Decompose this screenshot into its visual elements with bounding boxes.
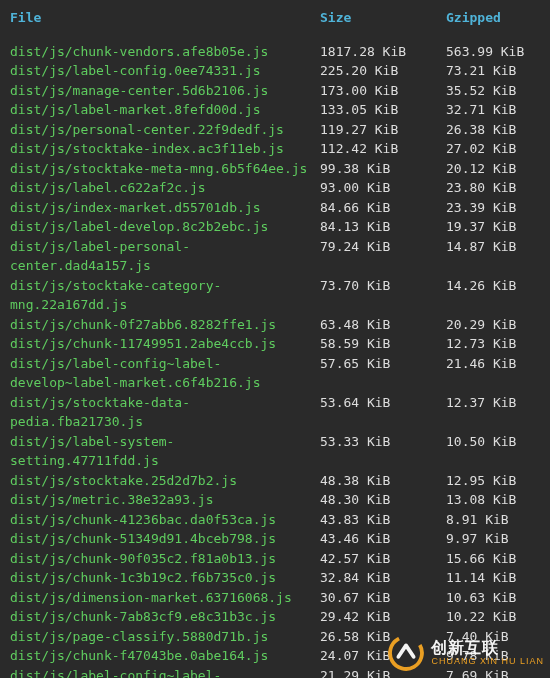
file-path: dist/js/chunk-f47043be.0abe164.js [10, 646, 320, 666]
file-gzip: 27.02 KiB [446, 139, 550, 159]
file-path: dist/js/index-market.d55701db.js [10, 198, 320, 218]
file-gzip: 21.46 KiB [446, 354, 550, 393]
rows-container: dist/js/chunk-vendors.afe8b05e.js1817.28… [10, 42, 540, 679]
file-size: 119.27 KiB [320, 120, 446, 140]
file-size: 93.00 KiB [320, 178, 446, 198]
file-path: dist/js/stocktake-meta-mng.6b5f64ee.js [10, 159, 320, 179]
file-gzip: 10.50 KiB [446, 432, 550, 471]
file-path: dist/js/label-config~label-develop~label… [10, 354, 320, 393]
file-gzip: 9.97 KiB [446, 529, 550, 549]
file-size: 133.05 KiB [320, 100, 446, 120]
file-size: 58.59 KiB [320, 334, 446, 354]
file-path: dist/js/metric.38e32a93.js [10, 490, 320, 510]
file-path: dist/js/stocktake-data-pedia.fba21730.js [10, 393, 320, 432]
file-gzip: 11.14 KiB [446, 568, 550, 588]
table-row: dist/js/label-config~label-develop~label… [10, 354, 540, 393]
file-gzip: 10.63 KiB [446, 588, 550, 608]
file-path: dist/js/label-system-setting.47711fdd.js [10, 432, 320, 471]
file-size: 79.24 KiB [320, 237, 446, 276]
file-path: dist/js/label-config.0ee74331.js [10, 61, 320, 81]
table-row: dist/js/label.c622af2c.js93.00 KiB23.80 … [10, 178, 540, 198]
file-gzip: 13.08 KiB [446, 490, 550, 510]
file-path: dist/js/label.c622af2c.js [10, 178, 320, 198]
file-size: 84.66 KiB [320, 198, 446, 218]
file-size: 99.38 KiB [320, 159, 446, 179]
file-size: 48.38 KiB [320, 471, 446, 491]
file-path: dist/js/chunk-vendors.afe8b05e.js [10, 42, 320, 62]
file-path: dist/js/chunk-11749951.2abe4ccb.js [10, 334, 320, 354]
file-gzip: 14.87 KiB [446, 237, 550, 276]
file-gzip: 73.21 KiB [446, 61, 550, 81]
file-gzip: 12.37 KiB [446, 393, 550, 432]
table-row: dist/js/manage-center.5d6b2106.js173.00 … [10, 81, 540, 101]
file-path: dist/js/dimension-market.63716068.js [10, 588, 320, 608]
file-size: 43.46 KiB [320, 529, 446, 549]
file-size: 42.57 KiB [320, 549, 446, 569]
file-gzip: 32.71 KiB [446, 100, 550, 120]
file-path: dist/js/label-develop.8c2b2ebc.js [10, 217, 320, 237]
file-path: dist/js/chunk-7ab83cf9.e8c31b3c.js [10, 607, 320, 627]
file-gzip: 26.38 KiB [446, 120, 550, 140]
file-path: dist/js/stocktake-index.ac3f11eb.js [10, 139, 320, 159]
table-row: dist/js/stocktake.25d2d7b2.js48.38 KiB12… [10, 471, 540, 491]
file-size: 48.30 KiB [320, 490, 446, 510]
table-row: dist/js/chunk-0f27abb6.8282ffe1.js63.48 … [10, 315, 540, 335]
file-size: 112.42 KiB [320, 139, 446, 159]
table-row: dist/js/index-market.d55701db.js84.66 Ki… [10, 198, 540, 218]
file-size: 29.42 KiB [320, 607, 446, 627]
table-row: dist/js/chunk-11749951.2abe4ccb.js58.59 … [10, 334, 540, 354]
file-gzip: 10.22 KiB [446, 607, 550, 627]
file-path: dist/js/personal-center.22f9dedf.js [10, 120, 320, 140]
file-path: dist/js/label-config~label-develop~label… [10, 666, 320, 679]
file-path: dist/js/label-personal-center.dad4a157.j… [10, 237, 320, 276]
file-size: 57.65 KiB [320, 354, 446, 393]
table-row: dist/js/stocktake-data-pedia.fba21730.js… [10, 393, 540, 432]
file-path: dist/js/manage-center.5d6b2106.js [10, 81, 320, 101]
file-path: dist/js/chunk-90f035c2.f81a0b13.js [10, 549, 320, 569]
file-path: dist/js/chunk-41236bac.da0f53ca.js [10, 510, 320, 530]
file-gzip: 23.80 KiB [446, 178, 550, 198]
header-gzip: Gzipped [446, 8, 550, 28]
file-size: 63.48 KiB [320, 315, 446, 335]
file-gzip: 14.26 KiB [446, 276, 550, 315]
file-gzip: 15.66 KiB [446, 549, 550, 569]
file-size: 32.84 KiB [320, 568, 446, 588]
table-row: dist/js/metric.38e32a93.js48.30 KiB13.08… [10, 490, 540, 510]
file-gzip: 12.95 KiB [446, 471, 550, 491]
file-size: 53.64 KiB [320, 393, 446, 432]
watermark: 创新互联 CHUANG XIN HU LIAN [387, 634, 544, 672]
file-gzip: 20.12 KiB [446, 159, 550, 179]
file-size: 43.83 KiB [320, 510, 446, 530]
watermark-text: 创新互联 CHUANG XIN HU LIAN [431, 640, 544, 666]
table-row: dist/js/stocktake-index.ac3f11eb.js112.4… [10, 139, 540, 159]
file-path: dist/js/stocktake-category-mng.22a167dd.… [10, 276, 320, 315]
table-row: dist/js/chunk-90f035c2.f81a0b13.js42.57 … [10, 549, 540, 569]
file-path: dist/js/chunk-1c3b19c2.f6b735c0.js [10, 568, 320, 588]
table-row: dist/js/personal-center.22f9dedf.js119.2… [10, 120, 540, 140]
table-row: dist/js/chunk-vendors.afe8b05e.js1817.28… [10, 42, 540, 62]
header-row: File Size Gzipped [10, 8, 540, 28]
table-row: dist/js/label-market.8fefd00d.js133.05 K… [10, 100, 540, 120]
svg-point-0 [387, 634, 425, 672]
watermark-pinyin: CHUANG XIN HU LIAN [431, 657, 544, 666]
table-row: dist/js/chunk-1c3b19c2.f6b735c0.js32.84 … [10, 568, 540, 588]
file-gzip: 563.99 KiB [446, 42, 550, 62]
file-path: dist/js/chunk-51349d91.4bceb798.js [10, 529, 320, 549]
file-size: 73.70 KiB [320, 276, 446, 315]
file-path: dist/js/page-classify.5880d71b.js [10, 627, 320, 647]
file-size: 173.00 KiB [320, 81, 446, 101]
table-row: dist/js/label-develop.8c2b2ebc.js84.13 K… [10, 217, 540, 237]
table-row: dist/js/chunk-41236bac.da0f53ca.js43.83 … [10, 510, 540, 530]
file-gzip: 8.91 KiB [446, 510, 550, 530]
file-gzip: 12.73 KiB [446, 334, 550, 354]
file-gzip: 19.37 KiB [446, 217, 550, 237]
build-output-table: File Size Gzipped dist/js/chunk-vendors.… [0, 0, 550, 678]
table-row: dist/js/chunk-7ab83cf9.e8c31b3c.js29.42 … [10, 607, 540, 627]
file-size: 30.67 KiB [320, 588, 446, 608]
header-size: Size [320, 8, 446, 28]
file-gzip: 20.29 KiB [446, 315, 550, 335]
file-size: 84.13 KiB [320, 217, 446, 237]
file-size: 1817.28 KiB [320, 42, 446, 62]
table-row: dist/js/stocktake-category-mng.22a167dd.… [10, 276, 540, 315]
watermark-logo-icon [387, 634, 425, 672]
